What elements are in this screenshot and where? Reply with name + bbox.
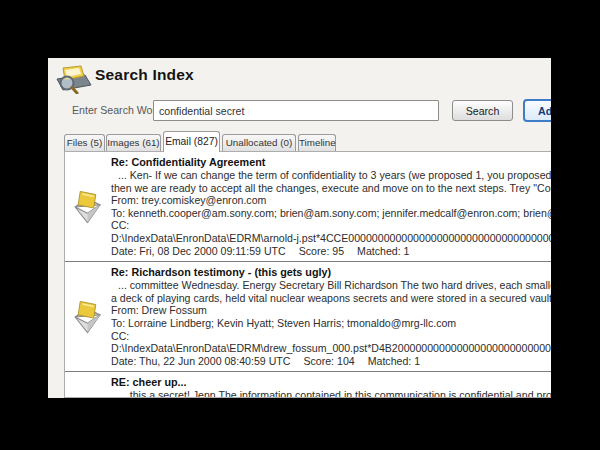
to-line: To: kenneth.cooper@am.sony.com; brien@am…	[111, 207, 551, 220]
search-index-magnifier-icon	[54, 62, 94, 94]
path-line: D:\IndexData\EnronData\EDRM\arnold-j.pst…	[111, 232, 551, 245]
date-value: Date: Fri, 08 Dec 2000 09:11:59 UTC	[111, 245, 286, 257]
from-line: From: trey.comiskey@enron.com	[111, 194, 551, 207]
search-input[interactable]	[153, 100, 439, 121]
matched-value: Matched: 1	[368, 355, 420, 367]
tab-files[interactable]: Files (5)	[64, 134, 105, 151]
result-title: Re: Confidentiality Agreement	[111, 156, 551, 169]
results-panel: Re: Confidentiality Agreement ... Ken- I…	[64, 151, 551, 398]
result-row[interactable]: Re: Richardson testimony - (this gets ug…	[65, 262, 551, 371]
date-line: Date: Thu, 22 Jun 2000 08:40:59 UTCScore…	[111, 355, 551, 368]
cc-line: CC:	[111, 330, 551, 343]
snippet-line: ... Ken- If we can change the term of co…	[111, 169, 551, 182]
open-envelope-icon	[74, 299, 101, 335]
tab-images[interactable]: Images (61)	[106, 134, 161, 151]
result-row[interactable]: Re: Confidentiality Agreement ... Ken- I…	[65, 152, 551, 261]
cc-line: CC:	[111, 219, 551, 232]
score-value: Score: 104	[303, 355, 354, 367]
path-line: D:\IndexData\EnronData\EDRM\drew_fossum_…	[111, 342, 551, 355]
date-value: Date: Thu, 22 Jun 2000 08:40:59 UTC	[111, 355, 290, 367]
search-index-window: Search Index Enter Search Words Search A…	[48, 58, 551, 398]
search-button[interactable]: Search	[452, 100, 513, 121]
date-line: Date: Fri, 08 Dec 2000 09:11:59 UTCScore…	[111, 245, 551, 258]
score-value: Score: 95	[299, 245, 344, 257]
snippet-line: ... committee Wednesday. Energy Secretar…	[111, 279, 551, 292]
snippet-line: a deck of playing cards, held vital nucl…	[111, 292, 551, 305]
result-title: RE: cheer up...	[111, 376, 551, 389]
snippet-line: then we are ready to accept all the chan…	[111, 182, 551, 195]
tab-unallocated[interactable]: Unallocated (0)	[222, 134, 296, 151]
screenshot-stage: Search Index Enter Search Words Search A…	[0, 0, 600, 450]
snippet-line: ... this a secret! Jenn The information …	[111, 389, 551, 398]
result-title: Re: Richardson testimony - (this gets ug…	[111, 266, 551, 279]
open-envelope-icon	[74, 189, 101, 225]
tab-timeline[interactable]: Timeline	[298, 134, 336, 151]
matched-value: Matched: 1	[357, 245, 409, 257]
tab-email[interactable]: Email (827)	[163, 131, 220, 152]
from-line: From: Drew Fossum	[111, 304, 551, 317]
page-title: Search Index	[95, 66, 194, 84]
to-line: To: Lorraine Lindberg; Kevin Hyatt; Stev…	[111, 317, 551, 330]
result-row[interactable]: RE: cheer up... ... this a secret! Jenn …	[65, 372, 551, 398]
advanced-button[interactable]: Adv	[523, 99, 551, 122]
